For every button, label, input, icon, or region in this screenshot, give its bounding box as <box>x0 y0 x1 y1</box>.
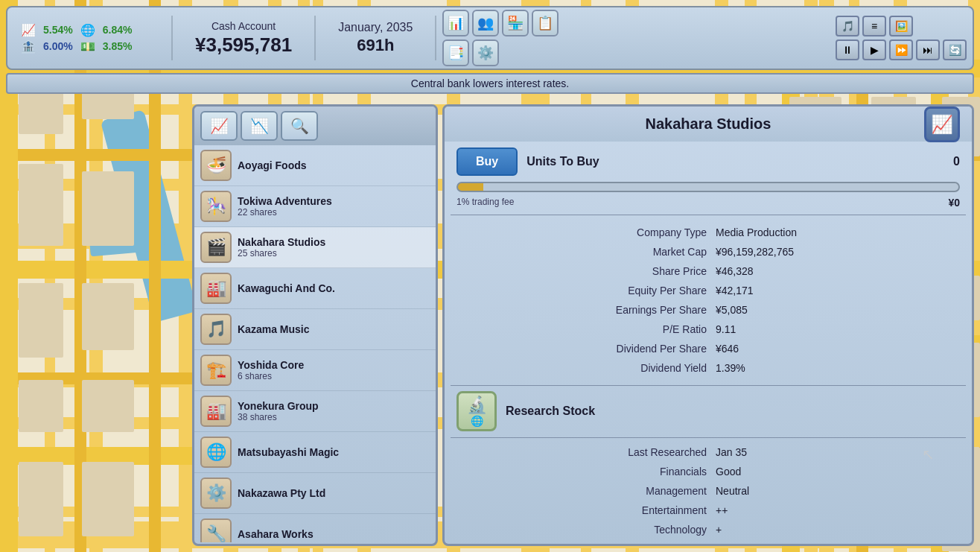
company-info: Matsubayashi Magic <box>238 446 430 458</box>
detail-stat-value: ¥5,085 <box>710 302 960 318</box>
company-name: Yoshida Core <box>238 359 430 371</box>
detail-stat-value: ¥46,328 <box>710 263 960 279</box>
units-to-buy-label: Units To Buy <box>526 155 944 168</box>
company-name: Aoyagi Foods <box>238 159 430 171</box>
list-icon-btn[interactable]: 📑 <box>442 39 469 66</box>
account-value: ¥3,595,781 <box>195 34 292 57</box>
list-toolbar: 📈 📉 🔍 <box>194 107 436 145</box>
divider-3 <box>435 16 436 60</box>
hours-value: 691h <box>357 36 394 55</box>
company-icon: 🎠 <box>200 191 232 222</box>
stat-value-2: 6.00% <box>43 40 73 52</box>
detail-stat-value: Media Production <box>710 224 960 241</box>
company-item[interactable]: 🍜Aoyagi Foods <box>194 145 436 186</box>
detail-stat-label: Company Type <box>456 224 707 241</box>
detail-stat-value: ¥96,159,282,765 <box>710 244 960 260</box>
detail-stat-label: Share Price <box>456 263 707 279</box>
research-stat-label: Entertainment <box>456 502 707 518</box>
research-section: 🔬 🌐 Research Stock <box>445 385 972 437</box>
research-stat-value: + <box>710 521 960 538</box>
fee-amount: ¥0 <box>948 197 960 209</box>
company-icon: ⚙️ <box>200 478 232 509</box>
detail-stat-label: Equity Per Share <box>456 282 707 299</box>
research-stat-label: Technology <box>456 521 707 538</box>
company-name: Yonekura Group <box>238 400 430 412</box>
detail-stat-label: Dividend Per Share <box>456 340 707 357</box>
detail-stat-value: ¥646 <box>710 340 960 357</box>
research-stat-value: Good <box>710 463 960 480</box>
shop-icon-btn[interactable]: 🏪 <box>502 10 529 37</box>
loop-btn[interactable]: 🔄 <box>943 39 967 60</box>
stat-value-4: 3.85% <box>103 40 133 52</box>
company-item[interactable]: 🏗️Yoshida Core6 shares <box>194 350 436 391</box>
company-shares: 25 shares <box>238 248 430 258</box>
company-icon: 🔧 <box>200 518 232 542</box>
controls-row-2: ⏸ ▶ ⏩ ⏭ 🔄 <box>836 39 967 60</box>
music-icon-btn[interactable]: 🎵 <box>836 16 859 37</box>
buy-button[interactable]: Buy <box>456 147 518 176</box>
company-item[interactable]: 🎵Kazama Music <box>194 309 436 350</box>
fee-row: 1% trading fee ¥0 <box>445 195 972 215</box>
company-info: Nakahara Studios25 shares <box>238 236 430 258</box>
company-item[interactable]: 🏭Yonekura Group38 shares <box>194 391 436 432</box>
doc-icon-btn[interactable]: 📋 <box>532 10 559 37</box>
sell-mode-btn[interactable]: 📉 <box>241 111 278 141</box>
stats-panel: 📈 5.54% 🌐 6.84% 🏦 6.00% 💵 3.85% <box>7 16 171 60</box>
company-icon: 🏭 <box>200 273 232 304</box>
fast-forward-btn[interactable]: ⏩ <box>889 39 913 60</box>
search-btn[interactable]: 🔍 <box>281 111 318 141</box>
detail-stat-label: Market Cap <box>456 244 707 260</box>
company-icon: 🌐 <box>200 437 232 468</box>
company-name: Tokiwa Adventures <box>238 195 430 207</box>
pause-btn[interactable]: ⏸ <box>836 39 859 60</box>
company-name: Nakazawa Pty Ltd <box>238 487 430 499</box>
detail-stat-label: Dividend Yield <box>456 360 707 376</box>
list-panel: 📈 📉 🔍 🍜Aoyagi Foods🎠Tokiwa Adventures22 … <box>192 104 438 546</box>
company-item[interactable]: 🏭Kawaguchi And Co. <box>194 268 436 309</box>
company-item[interactable]: 🔧Asahara Works <box>194 514 436 542</box>
toolbar-icons: 📊 👥 🏪 📋 📑 ⚙️ <box>436 4 585 72</box>
graph-btn[interactable]: 📈 <box>924 107 960 142</box>
company-shares: 22 shares <box>238 207 430 218</box>
company-item[interactable]: ⚙️Nakazawa Pty Ltd <box>194 473 436 514</box>
company-list: 🍜Aoyagi Foods🎠Tokiwa Adventures22 shares… <box>194 145 436 542</box>
units-to-buy-value: 0 <box>953 155 960 168</box>
company-name: Asahara Works <box>238 528 430 540</box>
buy-mode-btn[interactable]: 📈 <box>200 111 238 141</box>
detail-header: Nakahara Studios 📈 <box>445 107 972 142</box>
cash-icon: 💵 <box>79 39 97 54</box>
research-stat-value: ++ <box>710 502 960 518</box>
list-view-btn[interactable]: ≡ <box>862 16 886 37</box>
company-item[interactable]: 🎬Nakahara Studios25 shares <box>194 227 436 268</box>
date-label: January, 2035 <box>338 21 413 34</box>
company-shares: 38 shares <box>238 412 430 422</box>
company-info: Kazama Music <box>238 323 430 335</box>
research-stats: Last ResearchedJan 35FinancialsGoodManag… <box>456 444 960 538</box>
research-stat-label: Management <box>456 483 707 499</box>
news-text: Central bank lowers interest rates. <box>411 77 569 89</box>
trend-up-icon: 📈 <box>19 22 37 37</box>
detail-panel: Nakahara Studios 📈 Buy Units To Buy 0 1%… <box>442 104 974 546</box>
company-name: Matsubayashi Magic <box>238 446 430 458</box>
playback-controls: 🎵 ≡ 🖼️ ⏸ ▶ ⏩ ⏭ 🔄 <box>830 10 973 66</box>
bank-icon: 🏦 <box>19 39 37 54</box>
settings-icon-btn[interactable]: ⚙️ <box>472 39 499 66</box>
cursor-icon: ↖ <box>922 445 935 463</box>
skip-btn[interactable]: ⏭ <box>916 39 940 60</box>
company-name: Kawaguchi And Co. <box>238 282 430 294</box>
report-icon-btn[interactable]: 📊 <box>442 10 469 37</box>
company-item[interactable]: 🎠Tokiwa Adventures22 shares <box>194 186 436 227</box>
controls-row-1: 🎵 ≡ 🖼️ <box>836 16 967 37</box>
company-info: Tokiwa Adventures22 shares <box>238 195 430 218</box>
detail-title: Nakahara Studios <box>646 115 771 133</box>
company-info: Aoyagi Foods <box>238 159 430 171</box>
play-btn[interactable]: ▶ <box>862 39 886 60</box>
picture-btn[interactable]: 🖼️ <box>889 16 913 37</box>
units-slider[interactable] <box>456 182 960 192</box>
research-button[interactable]: 🔬 🌐 <box>456 391 497 431</box>
people-icon-btn[interactable]: 👥 <box>472 10 499 37</box>
buy-row: Buy Units To Buy 0 <box>445 142 972 182</box>
company-icon: 🍜 <box>200 150 232 181</box>
company-item[interactable]: 🌐Matsubayashi Magic <box>194 432 436 473</box>
detail-stat-value: ¥42,171 <box>710 282 960 299</box>
